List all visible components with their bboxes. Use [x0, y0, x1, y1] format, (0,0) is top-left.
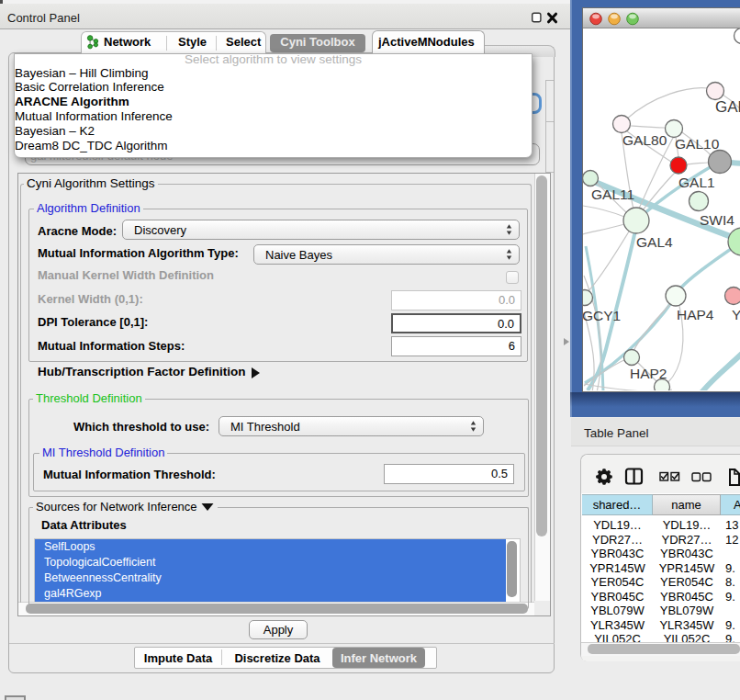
- svg-text:HAP2: HAP2: [630, 366, 667, 381]
- svg-text:HAP4: HAP4: [677, 307, 714, 322]
- svg-text:GAL80: GAL80: [622, 132, 667, 148]
- svg-text:SWI4: SWI4: [700, 212, 734, 228]
- svg-text:GAL7: GAL7: [715, 98, 740, 116]
- svg-text:GAL4: GAL4: [636, 234, 673, 250]
- svg-text:GAL10: GAL10: [675, 136, 720, 152]
- svg-text:YM: YM: [732, 307, 740, 322]
- svg-text:GAL1: GAL1: [678, 175, 715, 190]
- svg-text:GAL11: GAL11: [591, 186, 634, 202]
- svg-text:GCY1: GCY1: [583, 308, 621, 323]
